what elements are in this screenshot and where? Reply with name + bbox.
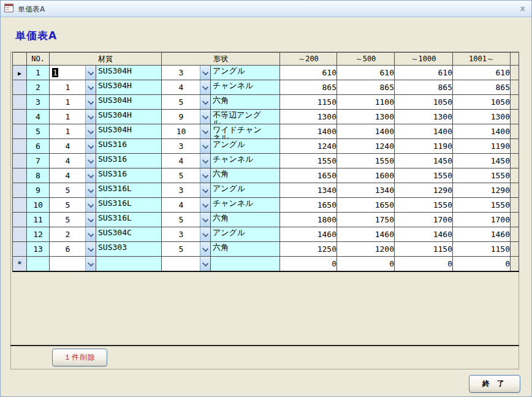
price-500-cell[interactable]: 1200 <box>337 242 395 257</box>
shape-code-cell[interactable]: 5 <box>162 95 211 110</box>
price-1000-cell[interactable]: 865 <box>395 80 453 95</box>
record-selector[interactable] <box>13 183 27 198</box>
price-1000-cell[interactable]: 1550 <box>395 168 453 183</box>
material-code-cell[interactable]: 1 <box>50 110 96 124</box>
shape-name-cell[interactable]: アングル <box>211 66 280 80</box>
material-name-cell[interactable] <box>96 257 162 272</box>
price-500-cell[interactable]: 610 <box>337 66 395 80</box>
material-code-cell[interactable]: 4 <box>50 139 96 154</box>
shape-name-cell[interactable]: チャンネル <box>211 80 280 95</box>
shape-code-cell[interactable]: 4 <box>162 154 211 168</box>
material-code-cell[interactable]: 1 <box>50 124 96 139</box>
record-selector[interactable] <box>13 154 27 168</box>
no-cell[interactable]: 2 <box>27 80 50 95</box>
material-code-cell[interactable]: 1 <box>50 95 96 110</box>
price-1000-cell[interactable]: 1550 <box>395 198 453 213</box>
material-code-cell[interactable]: 4 <box>50 154 96 168</box>
price-1001-cell[interactable]: 1290 <box>453 183 511 198</box>
price-1001-cell[interactable]: 865 <box>453 80 511 95</box>
price-1001-cell[interactable]: 0 <box>453 257 511 272</box>
material-code-cell[interactable]: 2 <box>50 227 96 242</box>
record-selector[interactable] <box>13 242 27 257</box>
price-200-cell[interactable]: 1460 <box>280 227 337 242</box>
material-code-cell[interactable] <box>50 257 96 272</box>
material-name-cell[interactable]: SUS304H <box>96 66 162 80</box>
no-cell[interactable]: 10 <box>27 198 50 213</box>
material-code-cell[interactable]: 5 <box>50 198 96 213</box>
price-1000-cell[interactable]: 1190 <box>395 139 453 154</box>
material-name-cell[interactable]: SUS316 <box>96 168 162 183</box>
shape-name-cell[interactable]: チャンネル <box>211 198 280 213</box>
shape-code-cell[interactable]: 5 <box>162 168 211 183</box>
price-200-cell[interactable]: 865 <box>280 80 337 95</box>
combo-dropdown-icon[interactable] <box>200 257 210 271</box>
combo-dropdown-icon[interactable] <box>85 124 96 138</box>
no-cell[interactable]: 13 <box>27 242 50 257</box>
shape-code-cell[interactable]: 10 <box>162 124 211 139</box>
no-cell[interactable]: 3 <box>27 95 50 110</box>
combo-dropdown-icon[interactable] <box>85 110 96 124</box>
shape-code-cell[interactable] <box>162 257 211 272</box>
price-1001-cell[interactable]: 1300 <box>453 110 511 124</box>
shape-name-cell[interactable]: アングル <box>211 227 280 242</box>
material-name-cell[interactable]: SUS316L <box>96 183 162 198</box>
material-name-cell[interactable]: SUS304H <box>96 110 162 124</box>
shape-code-cell[interactable]: 3 <box>162 139 211 154</box>
price-200-cell[interactable]: 1650 <box>280 168 337 183</box>
price-500-cell[interactable]: 1340 <box>337 183 395 198</box>
price-500-cell[interactable]: 1300 <box>337 110 395 124</box>
price-1001-cell[interactable]: 1460 <box>453 227 511 242</box>
price-200-cell[interactable]: 1400 <box>280 124 337 139</box>
no-cell[interactable]: 12 <box>27 227 50 242</box>
price-500-cell[interactable]: 1400 <box>337 124 395 139</box>
shape-name-cell[interactable]: 六角 <box>211 168 280 183</box>
combo-dropdown-icon[interactable] <box>85 66 96 80</box>
no-cell[interactable] <box>27 257 50 272</box>
delete-record-button[interactable]: １件削除 <box>52 349 107 366</box>
price-1001-cell[interactable]: 1450 <box>453 154 511 168</box>
price-200-cell[interactable]: 610 <box>280 66 337 80</box>
price-1001-cell[interactable]: 1550 <box>453 198 511 213</box>
shape-code-cell[interactable]: 3 <box>162 227 211 242</box>
shape-name-cell[interactable]: 六角 <box>211 95 280 110</box>
price-500-cell[interactable]: 0 <box>337 257 395 272</box>
price-1000-cell[interactable]: 1150 <box>395 242 453 257</box>
shape-name-cell[interactable]: ワイドチャンネル <box>211 124 280 139</box>
no-cell[interactable]: 8 <box>27 168 50 183</box>
material-code-cell[interactable]: 1 <box>50 66 96 80</box>
shape-name-cell[interactable]: アングル <box>211 139 280 154</box>
price-500-cell[interactable]: 1600 <box>337 168 395 183</box>
material-code-cell[interactable]: 1 <box>50 80 96 95</box>
price-1000-cell[interactable]: 1290 <box>395 183 453 198</box>
shape-name-cell[interactable] <box>211 257 280 272</box>
combo-dropdown-icon[interactable] <box>200 183 210 197</box>
price-1000-cell[interactable]: 0 <box>395 257 453 272</box>
price-200-cell[interactable]: 1550 <box>280 154 337 168</box>
shape-code-cell[interactable]: 3 <box>162 183 211 198</box>
material-name-cell[interactable]: SUS304H <box>96 80 162 95</box>
price-500-cell[interactable]: 1460 <box>337 227 395 242</box>
shape-name-cell[interactable]: 六角 <box>211 213 280 227</box>
combo-dropdown-icon[interactable] <box>200 80 210 94</box>
price-1000-cell[interactable]: 1700 <box>395 213 453 227</box>
combo-dropdown-icon[interactable] <box>85 183 96 197</box>
price-1000-cell[interactable]: 1300 <box>395 110 453 124</box>
no-cell[interactable]: 9 <box>27 183 50 198</box>
combo-dropdown-icon[interactable] <box>200 95 210 109</box>
new-record-selector[interactable]: * <box>13 257 27 272</box>
price-500-cell[interactable]: 1100 <box>337 95 395 110</box>
material-name-cell[interactable]: SUS316 <box>96 139 162 154</box>
no-cell[interactable]: 6 <box>27 139 50 154</box>
combo-dropdown-icon[interactable] <box>85 257 96 271</box>
record-selector[interactable] <box>13 95 27 110</box>
price-200-cell[interactable]: 1650 <box>280 198 337 213</box>
price-1000-cell[interactable]: 1400 <box>395 124 453 139</box>
combo-dropdown-icon[interactable] <box>85 242 96 256</box>
no-cell[interactable]: 4 <box>27 110 50 124</box>
material-code-cell[interactable]: 6 <box>50 242 96 257</box>
price-500-cell[interactable]: 1550 <box>337 154 395 168</box>
price-1000-cell[interactable]: 1450 <box>395 154 453 168</box>
shape-code-cell[interactable]: 4 <box>162 80 211 95</box>
record-selector[interactable] <box>13 139 27 154</box>
price-1001-cell[interactable]: 610 <box>453 66 511 80</box>
